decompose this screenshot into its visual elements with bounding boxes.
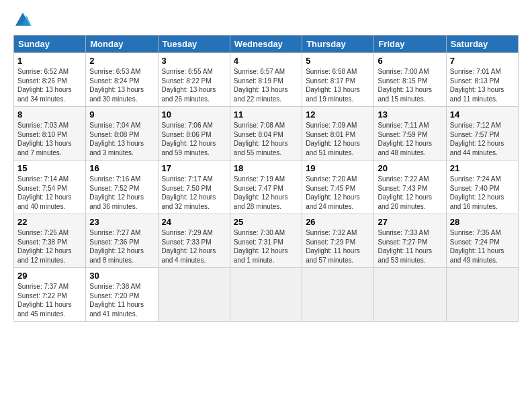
calendar-cell: [158, 268, 230, 322]
day-number: 25: [234, 217, 298, 227]
day-number: 22: [17, 217, 82, 227]
day-info: Sunrise: 7:17 AMSunset: 7:50 PMDaylight:…: [162, 175, 226, 211]
calendar-cell: [374, 268, 446, 322]
day-info: Sunrise: 7:04 AMSunset: 8:08 PMDaylight:…: [89, 121, 154, 157]
calendar-cell: 20Sunrise: 7:22 AMSunset: 7:43 PMDayligh…: [374, 161, 446, 214]
weekday-header: Saturday: [446, 36, 518, 53]
day-number: 8: [17, 109, 82, 120]
weekday-header: Tuesday: [158, 36, 230, 53]
day-info: Sunrise: 7:11 AMSunset: 7:59 PMDaylight:…: [378, 121, 442, 157]
weekday-header-row: SundayMondayTuesdayWednesdayThursdayFrid…: [14, 36, 519, 53]
day-info: Sunrise: 7:16 AMSunset: 7:52 PMDaylight:…: [89, 175, 154, 211]
day-info: Sunrise: 7:33 AMSunset: 7:27 PMDaylight:…: [378, 228, 442, 265]
calendar-week-row: 29Sunrise: 7:37 AMSunset: 7:22 PMDayligh…: [14, 268, 519, 322]
day-info: Sunrise: 7:29 AMSunset: 7:33 PMDaylight:…: [162, 228, 226, 265]
day-info: Sunrise: 7:12 AMSunset: 7:57 PMDaylight:…: [450, 121, 515, 157]
calendar-cell: 27Sunrise: 7:33 AMSunset: 7:27 PMDayligh…: [374, 214, 446, 268]
day-number: 13: [378, 109, 442, 120]
calendar-cell: 1Sunrise: 6:52 AMSunset: 8:26 PMDaylight…: [14, 53, 86, 107]
day-info: Sunrise: 7:25 AMSunset: 7:38 PMDaylight:…: [17, 228, 82, 265]
day-number: 29: [17, 271, 82, 281]
calendar-cell: 13Sunrise: 7:11 AMSunset: 7:59 PMDayligh…: [374, 107, 446, 161]
day-info: Sunrise: 6:55 AMSunset: 8:22 PMDaylight:…: [162, 67, 226, 103]
calendar-cell: 14Sunrise: 7:12 AMSunset: 7:57 PMDayligh…: [446, 107, 518, 161]
day-number: 2: [89, 56, 154, 66]
calendar-cell: 15Sunrise: 7:14 AMSunset: 7:54 PMDayligh…: [14, 161, 86, 214]
calendar-cell: 24Sunrise: 7:29 AMSunset: 7:33 PMDayligh…: [158, 214, 230, 268]
day-info: Sunrise: 7:03 AMSunset: 8:10 PMDaylight:…: [17, 121, 82, 157]
day-number: 14: [450, 109, 515, 120]
calendar-cell: 12Sunrise: 7:09 AMSunset: 8:01 PMDayligh…: [302, 107, 374, 161]
weekday-header: Thursday: [302, 36, 374, 53]
day-info: Sunrise: 7:09 AMSunset: 8:01 PMDaylight:…: [306, 121, 370, 157]
day-info: Sunrise: 6:58 AMSunset: 8:17 PMDaylight:…: [306, 67, 370, 103]
day-number: 15: [17, 163, 82, 173]
day-info: Sunrise: 7:35 AMSunset: 7:24 PMDaylight:…: [450, 228, 515, 265]
day-number: 21: [450, 163, 515, 173]
calendar-week-row: 1Sunrise: 6:52 AMSunset: 8:26 PMDaylight…: [14, 53, 519, 107]
day-number: 12: [306, 109, 370, 120]
day-number: 7: [450, 56, 515, 66]
day-number: 3: [162, 56, 226, 66]
day-number: 10: [162, 109, 226, 120]
day-number: 23: [89, 217, 154, 227]
weekday-header: Sunday: [14, 36, 86, 53]
calendar-cell: 26Sunrise: 7:32 AMSunset: 7:29 PMDayligh…: [302, 214, 374, 268]
weekday-header: Monday: [86, 36, 158, 53]
logo: [13, 11, 35, 30]
day-number: 9: [89, 109, 154, 120]
day-number: 19: [306, 163, 370, 173]
day-number: 30: [89, 271, 154, 281]
calendar-cell: 9Sunrise: 7:04 AMSunset: 8:08 PMDaylight…: [86, 107, 158, 161]
day-number: 24: [162, 217, 226, 227]
calendar-cell: 5Sunrise: 6:58 AMSunset: 8:17 PMDaylight…: [302, 53, 374, 107]
day-info: Sunrise: 7:27 AMSunset: 7:36 PMDaylight:…: [89, 228, 154, 265]
calendar-cell: 23Sunrise: 7:27 AMSunset: 7:36 PMDayligh…: [86, 214, 158, 268]
day-info: Sunrise: 7:24 AMSunset: 7:40 PMDaylight:…: [450, 175, 515, 211]
calendar-cell: 7Sunrise: 7:01 AMSunset: 8:13 PMDaylight…: [446, 53, 518, 107]
day-info: Sunrise: 7:38 AMSunset: 7:20 PMDaylight:…: [89, 282, 154, 318]
day-info: Sunrise: 7:32 AMSunset: 7:29 PMDaylight:…: [306, 228, 370, 265]
logo-icon: [13, 11, 32, 30]
weekday-header: Wednesday: [230, 36, 302, 53]
calendar-week-row: 8Sunrise: 7:03 AMSunset: 8:10 PMDaylight…: [14, 107, 519, 161]
calendar-cell: 10Sunrise: 7:06 AMSunset: 8:06 PMDayligh…: [158, 107, 230, 161]
day-info: Sunrise: 6:53 AMSunset: 8:24 PMDaylight:…: [89, 67, 154, 103]
day-info: Sunrise: 7:22 AMSunset: 7:43 PMDaylight:…: [378, 175, 442, 211]
day-info: Sunrise: 7:08 AMSunset: 8:04 PMDaylight:…: [234, 121, 298, 157]
calendar-week-row: 15Sunrise: 7:14 AMSunset: 7:54 PMDayligh…: [14, 161, 519, 214]
calendar-cell: 2Sunrise: 6:53 AMSunset: 8:24 PMDaylight…: [86, 53, 158, 107]
calendar-week-row: 22Sunrise: 7:25 AMSunset: 7:38 PMDayligh…: [14, 214, 519, 268]
day-number: 16: [89, 163, 154, 173]
day-number: 5: [306, 56, 370, 66]
calendar-cell: 28Sunrise: 7:35 AMSunset: 7:24 PMDayligh…: [446, 214, 518, 268]
day-info: Sunrise: 6:57 AMSunset: 8:19 PMDaylight:…: [234, 67, 298, 103]
day-info: Sunrise: 7:30 AMSunset: 7:31 PMDaylight:…: [234, 228, 298, 265]
calendar-cell: 22Sunrise: 7:25 AMSunset: 7:38 PMDayligh…: [14, 214, 86, 268]
day-number: 27: [378, 217, 442, 227]
calendar-cell: [230, 268, 302, 322]
day-number: 18: [234, 163, 298, 173]
day-info: Sunrise: 7:37 AMSunset: 7:22 PMDaylight:…: [17, 282, 82, 318]
calendar-cell: 17Sunrise: 7:17 AMSunset: 7:50 PMDayligh…: [158, 161, 230, 214]
day-number: 11: [234, 109, 298, 120]
calendar: SundayMondayTuesdayWednesdayThursdayFrid…: [13, 35, 519, 322]
page: SundayMondayTuesdayWednesdayThursdayFrid…: [0, 0, 532, 411]
calendar-cell: 25Sunrise: 7:30 AMSunset: 7:31 PMDayligh…: [230, 214, 302, 268]
calendar-cell: 19Sunrise: 7:20 AMSunset: 7:45 PMDayligh…: [302, 161, 374, 214]
calendar-cell: 29Sunrise: 7:37 AMSunset: 7:22 PMDayligh…: [14, 268, 86, 322]
weekday-header: Friday: [374, 36, 446, 53]
calendar-cell: 21Sunrise: 7:24 AMSunset: 7:40 PMDayligh…: [446, 161, 518, 214]
day-number: 6: [378, 56, 442, 66]
day-info: Sunrise: 7:01 AMSunset: 8:13 PMDaylight:…: [450, 67, 515, 103]
day-number: 4: [234, 56, 298, 66]
day-info: Sunrise: 7:19 AMSunset: 7:47 PMDaylight:…: [234, 175, 298, 211]
day-info: Sunrise: 7:14 AMSunset: 7:54 PMDaylight:…: [17, 175, 82, 211]
day-info: Sunrise: 7:00 AMSunset: 8:15 PMDaylight:…: [378, 67, 442, 103]
calendar-cell: 3Sunrise: 6:55 AMSunset: 8:22 PMDaylight…: [158, 53, 230, 107]
calendar-cell: 11Sunrise: 7:08 AMSunset: 8:04 PMDayligh…: [230, 107, 302, 161]
calendar-cell: 8Sunrise: 7:03 AMSunset: 8:10 PMDaylight…: [14, 107, 86, 161]
calendar-cell: [302, 268, 374, 322]
day-info: Sunrise: 7:20 AMSunset: 7:45 PMDaylight:…: [306, 175, 370, 211]
calendar-cell: 6Sunrise: 7:00 AMSunset: 8:15 PMDaylight…: [374, 53, 446, 107]
